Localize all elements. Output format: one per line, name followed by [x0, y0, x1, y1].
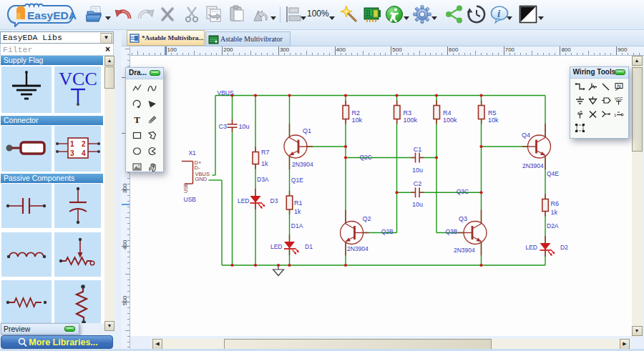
scroll-up-button[interactable]: ▲	[632, 56, 643, 66]
connector-X1[interactable]	[182, 162, 193, 184]
canvas-vertical-scrollbar[interactable]: ▲ ▼	[632, 56, 643, 337]
schematic-canvas[interactable]: R210kR3100kR4100kR510kR71kR11kR61kC310uC…	[130, 56, 632, 336]
tool-line[interactable]	[600, 82, 613, 94]
library-item-gnd-flag-symbol[interactable]	[1, 66, 52, 113]
tool-drag[interactable]	[145, 162, 158, 174]
led-D2[interactable]	[540, 236, 555, 257]
resistor-R7[interactable]	[253, 147, 259, 169]
library-item-resistor-v-symbol[interactable]	[54, 280, 101, 323]
library-scrollbar-thumb[interactable]	[104, 66, 114, 89]
tool-ground[interactable]	[574, 96, 587, 107]
drawing-tools-title[interactable]: Dra...	[126, 68, 163, 79]
tool-group[interactable]	[574, 123, 587, 134]
more-libraries-button[interactable]: More Libraries...	[1, 335, 113, 349]
palette-collapse-button[interactable]	[150, 70, 160, 76]
share-button[interactable]	[444, 4, 464, 24]
library-item-capacitor-v-symbol[interactable]	[54, 184, 101, 228]
rotate-button[interactable]	[250, 4, 270, 24]
led-D1[interactable]	[284, 234, 299, 255]
library-item-resistor-h-symbol[interactable]	[1, 280, 52, 323]
tool-netlabel[interactable]: N	[613, 82, 625, 94]
section-header-passive-components[interactable]: Passive Components	[1, 174, 103, 183]
rotate-dropdown-arrow[interactable]	[270, 11, 277, 19]
tool-vcc-flag[interactable]: VCC	[613, 96, 625, 107]
magic-wand-button[interactable]	[339, 4, 359, 24]
tool-pie[interactable]	[145, 147, 158, 158]
scroll-down-button[interactable]: ▼	[632, 326, 643, 336]
section-header-connector[interactable]: Connector	[1, 116, 103, 125]
tool-rectangle[interactable]	[130, 131, 143, 142]
wiring-tools-title[interactable]: Wiring Tools	[570, 67, 628, 79]
delete-button[interactable]	[157, 4, 177, 24]
palette-collapse-button[interactable]	[615, 69, 625, 75]
resistor-R1[interactable]	[286, 191, 293, 214]
tab--astable-multivibra-[interactable]: *Astable Multivibra...	[127, 30, 205, 46]
library-item-header-4pin-symbol[interactable]: 1234	[54, 126, 101, 172]
resistor-R3[interactable]	[394, 101, 401, 124]
settings-gear-button[interactable]	[412, 4, 432, 24]
tab-astable-multivibrator[interactable]: Astable Multivibrator	[205, 31, 291, 46]
library-scrollbar[interactable]: ▲ ▼	[104, 56, 114, 331]
tool-no-connect[interactable]	[587, 109, 600, 121]
resistor-R5[interactable]	[479, 101, 485, 124]
tool-ellipse[interactable]	[130, 147, 143, 158]
library-select-dropdown-button[interactable]: ▼	[100, 33, 112, 44]
tool-polyline[interactable]	[130, 84, 143, 95]
tool-arc[interactable]	[130, 99, 143, 111]
library-source-select[interactable]: EasyEDA Libs ▼	[0, 31, 114, 44]
horizontal-scrollbar-thumb[interactable]	[224, 339, 492, 350]
scroll-up-button[interactable]: ▲	[104, 56, 114, 66]
library-filter-input[interactable]: Filter ×	[0, 44, 114, 56]
scroll-down-button[interactable]: ▼	[104, 321, 114, 331]
section-header-supply-flag[interactable]: Supply Flag	[1, 56, 103, 65]
redo-button[interactable]	[136, 4, 156, 24]
resistor-R2[interactable]	[343, 101, 349, 124]
tool-pencil[interactable]	[145, 115, 158, 127]
undo-button[interactable]	[113, 4, 133, 24]
run-simulation-button[interactable]	[384, 4, 404, 24]
open-file-button[interactable]	[85, 4, 105, 24]
tool-wire[interactable]	[574, 82, 587, 94]
tool-pin[interactable]: 1	[613, 109, 625, 121]
preview-collapse-button[interactable]	[64, 326, 75, 332]
tool-plus5-flag[interactable]: +5	[574, 109, 587, 121]
tool-arrow[interactable]	[145, 99, 158, 111]
capacitor-C2[interactable]	[411, 187, 424, 198]
info-dropdown-arrow[interactable]	[506, 11, 513, 19]
capacitor-C3[interactable]	[227, 119, 238, 132]
library-item-plug-connector-symbol[interactable]	[1, 126, 52, 172]
open-file-dropdown-arrow[interactable]	[104, 11, 112, 19]
scroll-left-button[interactable]: ◀	[152, 339, 162, 350]
tool-image[interactable]	[130, 162, 143, 174]
capacitor-C1[interactable]	[411, 152, 424, 163]
resistor-R4[interactable]	[434, 101, 440, 124]
settings-gear-dropdown-arrow[interactable]	[431, 11, 438, 19]
align-dropdown-arrow[interactable]	[300, 11, 307, 19]
library-item-potentiometer-symbol[interactable]	[54, 232, 101, 277]
zoom-level-dropdown-arrow[interactable]	[328, 11, 336, 19]
cut-button[interactable]	[182, 4, 202, 24]
theme-contrast-dropdown-arrow[interactable]	[537, 11, 545, 19]
resistor-R6[interactable]	[542, 194, 549, 217]
run-simulation-dropdown-arrow[interactable]	[403, 11, 410, 19]
library-item-capacitor-h-symbol[interactable]	[1, 184, 52, 228]
tool-text[interactable]: T	[130, 115, 143, 127]
tool-earth[interactable]	[587, 96, 600, 107]
history-button[interactable]	[467, 4, 487, 24]
scroll-right-button[interactable]: ▶	[620, 339, 630, 350]
canvas-horizontal-scrollbar[interactable]: ◀ ▶	[152, 339, 630, 350]
filter-clear-icon[interactable]: ×	[105, 44, 110, 54]
tool-netport[interactable]	[600, 109, 613, 121]
tool-bezier[interactable]	[145, 84, 158, 95]
zoom-level-value[interactable]: 100%	[307, 9, 329, 19]
easyeda-logo[interactable]: EasyEDA	[5, 3, 81, 27]
tool-bus[interactable]	[587, 82, 600, 94]
pcb-module-button[interactable]	[362, 4, 382, 24]
theme-contrast-button[interactable]	[518, 4, 538, 24]
vertical-scrollbar-thumb[interactable]	[632, 67, 643, 152]
led-D3[interactable]	[250, 189, 265, 209]
paste-button[interactable]	[227, 4, 247, 24]
copy-button[interactable]	[204, 4, 224, 24]
library-item-vcc-flag-symbol[interactable]: VCC	[54, 66, 101, 113]
ground-symbol[interactable]	[273, 265, 284, 276]
